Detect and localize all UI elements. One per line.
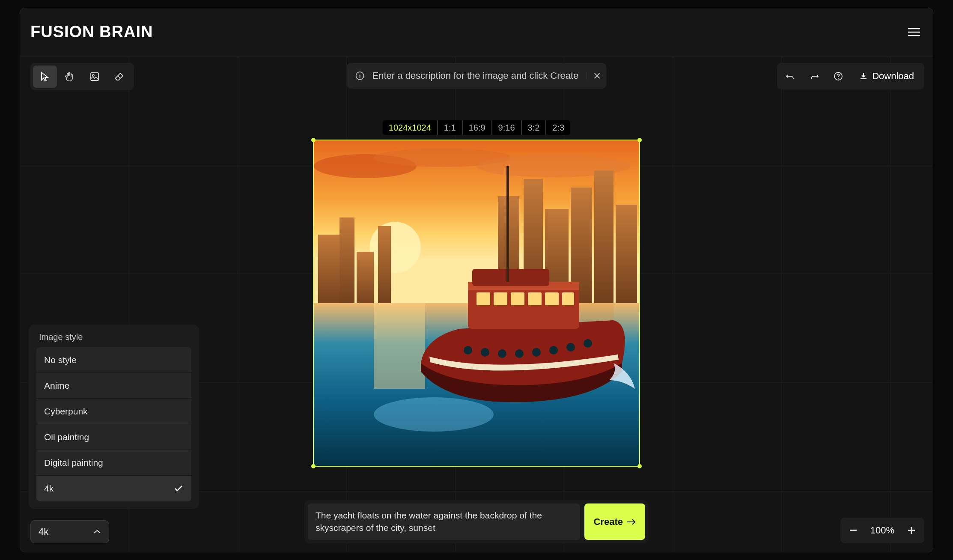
- style-dropdown-value: 4k: [39, 526, 48, 537]
- help-button[interactable]: [828, 66, 849, 87]
- style-panel: Image style No style Anime Cyberpunk Oil…: [29, 325, 199, 509]
- redo-icon: [810, 71, 819, 81]
- svg-rect-28: [511, 292, 524, 305]
- ratio-size-label: 1024x1024: [383, 120, 438, 135]
- svg-rect-29: [528, 292, 542, 305]
- tool-palette: [30, 63, 134, 90]
- zoom-out-button[interactable]: [844, 521, 863, 540]
- download-button[interactable]: Download: [852, 66, 922, 87]
- ratio-option-3-2[interactable]: 3:2: [522, 120, 547, 135]
- hint-text: Enter a description for the image and cl…: [372, 70, 579, 81]
- svg-rect-27: [494, 292, 507, 305]
- app-frame: FUSION BRAIN Enter a description for the…: [20, 8, 933, 552]
- svg-point-35: [515, 349, 524, 358]
- svg-rect-12: [378, 226, 391, 312]
- generated-image: [314, 140, 639, 466]
- svg-point-38: [566, 343, 575, 351]
- create-button[interactable]: Create: [584, 503, 645, 540]
- tool-select[interactable]: [33, 66, 57, 88]
- ratio-option-9-16[interactable]: 9:16: [492, 120, 522, 135]
- svg-rect-0: [91, 73, 98, 80]
- hamburger-icon: [908, 28, 920, 36]
- style-item-label: No style: [44, 355, 77, 365]
- hint-bar: Enter a description for the image and cl…: [347, 63, 607, 89]
- generated-image-frame[interactable]: [313, 140, 640, 467]
- style-item-oil-painting[interactable]: Oil painting: [36, 424, 191, 450]
- header: FUSION BRAIN: [20, 8, 933, 56]
- history-toolbar: Download: [777, 63, 924, 89]
- cursor-icon: [40, 71, 50, 82]
- style-item-label: Oil painting: [44, 432, 89, 442]
- minus-icon: [850, 530, 857, 531]
- svg-rect-18: [616, 205, 637, 312]
- svg-rect-40: [506, 166, 509, 282]
- svg-rect-9: [318, 235, 340, 312]
- svg-rect-31: [562, 292, 574, 305]
- style-item-label: Cyberpunk: [44, 406, 88, 417]
- style-item-label: 4k: [44, 483, 54, 494]
- resize-handle-bl[interactable]: [311, 464, 316, 468]
- canvas-area[interactable]: Enter a description for the image and cl…: [20, 56, 933, 552]
- app-logo: FUSION BRAIN: [30, 23, 153, 41]
- check-icon: [173, 483, 184, 494]
- ratio-option-16-9[interactable]: 16:9: [463, 120, 492, 135]
- style-item-anime[interactable]: Anime: [36, 373, 191, 399]
- svg-rect-20: [374, 303, 425, 389]
- chevron-up-icon: [93, 529, 101, 534]
- svg-rect-11: [357, 252, 374, 312]
- redo-button[interactable]: [804, 66, 825, 87]
- style-item-label: Anime: [44, 381, 70, 391]
- undo-button[interactable]: [780, 66, 801, 87]
- ratio-option-2-3[interactable]: 2:3: [546, 120, 570, 135]
- menu-button[interactable]: [905, 24, 923, 41]
- download-icon: [859, 72, 868, 80]
- help-icon: [834, 71, 843, 81]
- create-label: Create: [594, 516, 623, 527]
- close-icon: [593, 72, 600, 79]
- zoom-in-button[interactable]: [902, 521, 921, 540]
- info-icon: [355, 71, 365, 80]
- prompt-text: The yacht floats on the water against th…: [316, 509, 572, 534]
- plus-icon: [908, 527, 915, 534]
- arrow-right-icon: [627, 519, 636, 525]
- svg-point-39: [584, 339, 592, 348]
- svg-rect-26: [476, 292, 490, 305]
- undo-icon: [786, 71, 795, 81]
- svg-point-36: [532, 348, 541, 357]
- style-item-4k[interactable]: 4k: [36, 476, 191, 501]
- hand-icon: [65, 71, 75, 82]
- svg-point-34: [498, 349, 506, 358]
- svg-rect-10: [340, 217, 354, 312]
- download-label: Download: [872, 71, 914, 82]
- svg-rect-17: [594, 170, 613, 312]
- zoom-bar: 100%: [840, 518, 924, 543]
- style-dropdown[interactable]: 4k: [30, 520, 109, 543]
- aspect-ratio-bar: 1024x1024 1:1 16:9 9:16 3:2 2:3: [383, 120, 570, 135]
- svg-rect-41: [850, 530, 857, 531]
- ratio-option-1-1[interactable]: 1:1: [438, 120, 463, 135]
- svg-rect-30: [545, 292, 559, 305]
- zoom-value: 100%: [864, 525, 900, 536]
- style-item-cyberpunk[interactable]: Cyberpunk: [36, 399, 191, 424]
- svg-rect-25: [472, 269, 549, 286]
- resize-handle-br[interactable]: [637, 464, 642, 468]
- style-list: No style Anime Cyberpunk Oil painting Di…: [36, 347, 191, 501]
- style-item-no-style[interactable]: No style: [36, 347, 191, 373]
- tool-eraser[interactable]: [107, 66, 131, 88]
- hint-close-button[interactable]: [586, 72, 600, 79]
- svg-point-22: [374, 397, 494, 432]
- resize-handle-tr[interactable]: [637, 138, 642, 142]
- tool-image[interactable]: [83, 66, 107, 88]
- prompt-input[interactable]: The yacht floats on the water against th…: [308, 503, 580, 540]
- style-item-label: Digital painting: [44, 458, 103, 468]
- resize-handle-tl[interactable]: [311, 138, 316, 142]
- svg-point-32: [464, 346, 472, 354]
- svg-point-37: [549, 346, 558, 354]
- svg-point-5: [369, 222, 421, 273]
- eraser-icon: [114, 72, 125, 81]
- tool-pan[interactable]: [58, 66, 82, 88]
- image-icon: [90, 72, 99, 81]
- svg-point-1: [92, 74, 94, 76]
- style-item-digital-painting[interactable]: Digital painting: [36, 450, 191, 476]
- style-panel-title: Image style: [36, 332, 191, 342]
